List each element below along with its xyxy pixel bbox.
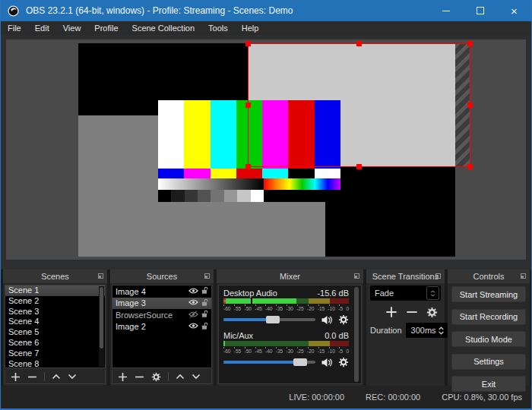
duration-spinner[interactable] bbox=[436, 326, 446, 335]
black-segment bbox=[264, 190, 340, 202]
scene-row[interactable]: Scene 8 bbox=[5, 359, 105, 368]
scene-row[interactable]: Scene 6 bbox=[5, 338, 105, 348]
scrollbar-thumb[interactable] bbox=[100, 287, 103, 348]
visibility-eye-off-icon[interactable] bbox=[188, 311, 198, 320]
close-button[interactable]: × bbox=[497, 0, 531, 21]
db-scale-label: -10 bbox=[328, 348, 335, 355]
resize-handle-top-right[interactable] bbox=[467, 41, 473, 46]
move-source-up-button[interactable] bbox=[176, 374, 185, 380]
resize-handle-middle-left[interactable] bbox=[245, 102, 251, 108]
source-row-image2[interactable]: Image 2 bbox=[112, 321, 211, 333]
float-dock-icon[interactable] bbox=[98, 273, 103, 279]
transitions-title: Scene Transitions bbox=[372, 272, 439, 281]
scene-canvas[interactable] bbox=[6, 39, 526, 260]
transitions-header[interactable]: Scene Transitions bbox=[366, 270, 445, 283]
menu-help[interactable]: Help bbox=[235, 21, 266, 35]
menu-scene-collection[interactable]: Scene Collection bbox=[125, 21, 202, 35]
volume-slider[interactable] bbox=[223, 361, 315, 364]
db-scale-label: -45 bbox=[255, 306, 261, 312]
controls-header[interactable]: Controls bbox=[448, 270, 530, 283]
resize-handle-top-middle[interactable] bbox=[356, 41, 362, 46]
add-transition-button[interactable] bbox=[385, 306, 397, 318]
scenes-toolbar bbox=[5, 370, 106, 384]
lock-open-icon[interactable] bbox=[201, 322, 209, 332]
resize-handle-bottom-left[interactable] bbox=[245, 164, 251, 169]
move-source-down-button[interactable] bbox=[192, 374, 201, 380]
transition-select[interactable]: Fade bbox=[370, 285, 441, 301]
scene-row[interactable]: Scene 1 bbox=[5, 285, 105, 296]
resize-handle-bottom-right[interactable] bbox=[467, 164, 473, 169]
grayscale-gradient bbox=[158, 178, 264, 190]
transition-selected-value: Fade bbox=[370, 289, 426, 298]
slider-fill bbox=[223, 361, 295, 364]
scene-row[interactable]: Scene 3 bbox=[5, 307, 105, 317]
float-dock-icon[interactable] bbox=[521, 273, 526, 279]
scene-row[interactable]: Scene 5 bbox=[5, 327, 105, 338]
resize-handle-top-left[interactable] bbox=[245, 41, 251, 46]
add-source-button[interactable] bbox=[118, 372, 128, 382]
scene-row[interactable]: Scene 4 bbox=[5, 317, 105, 327]
float-dock-icon[interactable] bbox=[354, 273, 359, 279]
settings-button[interactable]: Settings bbox=[451, 354, 526, 370]
start-recording-button[interactable]: Start Recording bbox=[451, 309, 526, 325]
scene-row[interactable]: Scene 7 bbox=[5, 348, 105, 359]
remove-source-button[interactable] bbox=[135, 372, 144, 382]
source-row-image3[interactable]: Image 3 bbox=[112, 298, 211, 310]
source-row-browsersource[interactable]: BrowserSource bbox=[112, 309, 211, 321]
minimize-icon bbox=[442, 11, 450, 11]
remove-transition-button[interactable] bbox=[406, 306, 418, 318]
move-scene-down-button[interactable] bbox=[68, 374, 77, 380]
lock-open-icon[interactable] bbox=[201, 286, 209, 296]
studio-mode-button[interactable]: Studio Mode bbox=[451, 331, 526, 347]
scenes-header[interactable]: Scenes bbox=[3, 270, 107, 283]
channel-db-value: -15.6 dB bbox=[317, 288, 349, 298]
visibility-eye-icon[interactable] bbox=[188, 298, 198, 308]
float-dock-icon[interactable] bbox=[435, 273, 441, 279]
exit-button[interactable]: Exit bbox=[451, 376, 526, 392]
source-properties-gear-icon[interactable] bbox=[151, 372, 161, 382]
lock-open-icon[interactable] bbox=[201, 310, 209, 320]
scenes-scrollbar[interactable] bbox=[99, 286, 104, 367]
add-scene-button[interactable] bbox=[11, 372, 21, 382]
mixer-scrollbar[interactable] bbox=[353, 287, 359, 382]
menu-file[interactable]: File bbox=[1, 21, 28, 35]
speaker-icon[interactable] bbox=[321, 358, 333, 367]
slider-handle[interactable] bbox=[293, 358, 307, 366]
visibility-eye-icon[interactable] bbox=[188, 322, 198, 331]
channel-settings-gear-icon[interactable] bbox=[338, 357, 349, 367]
duration-field[interactable]: 300ms bbox=[406, 323, 448, 338]
menu-profile[interactable]: Profile bbox=[87, 21, 125, 35]
mixer-header[interactable]: Mixer bbox=[217, 270, 363, 283]
source-row-image4[interactable]: Image 4 bbox=[112, 285, 211, 298]
scene-row[interactable]: Scene 2 bbox=[5, 296, 105, 307]
menu-tools[interactable]: Tools bbox=[201, 21, 235, 35]
menu-view[interactable]: View bbox=[56, 21, 88, 35]
slider-handle[interactable] bbox=[266, 316, 280, 323]
sources-header[interactable]: Sources bbox=[110, 270, 214, 283]
transition-properties-gear-icon[interactable] bbox=[426, 307, 438, 318]
channel-settings-gear-icon[interactable] bbox=[338, 314, 349, 325]
resize-handle-middle-right[interactable] bbox=[467, 102, 473, 108]
float-dock-icon[interactable] bbox=[204, 273, 210, 279]
menu-edit[interactable]: Edit bbox=[28, 21, 56, 35]
visibility-eye-icon[interactable] bbox=[188, 287, 198, 296]
resize-handle-bottom-middle[interactable] bbox=[356, 164, 362, 169]
move-scene-up-button[interactable] bbox=[52, 374, 61, 380]
remove-scene-button[interactable] bbox=[27, 372, 37, 382]
toolbar-divider bbox=[44, 372, 45, 381]
speaker-icon[interactable] bbox=[321, 315, 333, 325]
selection-outline[interactable] bbox=[248, 43, 470, 167]
volume-slider[interactable] bbox=[223, 318, 315, 321]
maximize-button[interactable] bbox=[463, 0, 497, 21]
minimize-button[interactable] bbox=[429, 0, 463, 21]
source-name: BrowserSource bbox=[116, 311, 188, 320]
sources-list[interactable]: Image 4 Image 3 BrowserSource bbox=[112, 285, 212, 368]
select-spinner[interactable] bbox=[426, 286, 439, 300]
scrollbar-thumb[interactable] bbox=[354, 287, 359, 382]
lock-open-icon[interactable] bbox=[201, 298, 209, 308]
start-streaming-button[interactable]: Start Streaming bbox=[451, 286, 526, 302]
close-icon: × bbox=[511, 5, 518, 17]
scenes-list[interactable]: Scene 1Scene 2Scene 3Scene 4Scene 5Scene… bbox=[5, 285, 106, 368]
duration-value: 300ms bbox=[406, 326, 436, 335]
db-scale-label: -25 bbox=[296, 306, 303, 312]
